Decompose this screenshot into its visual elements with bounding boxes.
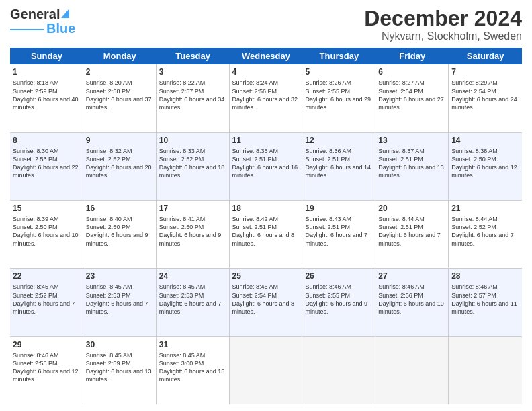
sunset: Sunset: 2:58 PM <box>13 360 58 367</box>
sunset: Sunset: 2:56 PM <box>378 292 423 299</box>
day-cell-20: 20Sunrise: 8:44 AMSunset: 2:51 PMDayligh… <box>375 201 449 268</box>
day-cell-11: 11Sunrise: 8:35 AMSunset: 2:51 PMDayligh… <box>230 133 303 200</box>
empty-cell <box>449 337 522 404</box>
day-cell-13: 13Sunrise: 8:37 AMSunset: 2:51 PMDayligh… <box>375 133 449 200</box>
daylight: Daylight: 6 hours and 27 minutes. <box>378 96 444 111</box>
day-number: 26 <box>305 271 372 281</box>
day-cell-7: 7Sunrise: 8:29 AMSunset: 2:54 PMDaylight… <box>449 64 522 132</box>
calendar-header: SundayMondayTuesdayWednesdayThursdayFrid… <box>10 48 522 64</box>
day-number: 24 <box>159 271 226 281</box>
sunrise: Sunrise: 8:46 AM <box>305 283 351 290</box>
day-cell-25: 25Sunrise: 8:46 AMSunset: 2:54 PMDayligh… <box>230 269 303 336</box>
sunset: Sunset: 2:51 PM <box>378 224 423 230</box>
week-row-1: 1Sunrise: 8:18 AMSunset: 2:59 PMDaylight… <box>10 64 522 132</box>
day-number: 7 <box>451 66 519 77</box>
day-cell-10: 10Sunrise: 8:33 AMSunset: 2:52 PMDayligh… <box>157 133 230 200</box>
day-header-sunday: Sunday <box>10 48 83 64</box>
sunset: Sunset: 2:50 PM <box>159 224 204 230</box>
week-row-5: 29Sunrise: 8:46 AMSunset: 2:58 PMDayligh… <box>10 337 522 404</box>
daylight: Daylight: 6 hours and 18 minutes. <box>159 164 225 179</box>
daylight: Daylight: 6 hours and 14 minutes. <box>305 164 371 179</box>
day-cell-14: 14Sunrise: 8:38 AMSunset: 2:50 PMDayligh… <box>449 133 522 200</box>
sunset: Sunset: 2:52 PM <box>13 292 58 299</box>
day-number: 27 <box>378 271 445 281</box>
day-number: 19 <box>305 203 372 214</box>
daylight: Daylight: 6 hours and 7 minutes. <box>86 300 148 315</box>
day-cell-22: 22Sunrise: 8:45 AMSunset: 2:52 PMDayligh… <box>10 269 83 336</box>
week-row-2: 8Sunrise: 8:30 AMSunset: 2:53 PMDaylight… <box>10 133 522 201</box>
daylight: Daylight: 6 hours and 7 minutes. <box>13 300 75 315</box>
daylight: Daylight: 6 hours and 34 minutes. <box>159 96 225 111</box>
day-header-wednesday: Wednesday <box>230 48 303 64</box>
daylight: Daylight: 6 hours and 12 minutes. <box>451 164 517 179</box>
sunrise: Sunrise: 8:40 AM <box>86 216 132 222</box>
day-number: 17 <box>159 203 226 214</box>
day-number: 10 <box>159 135 226 146</box>
sunrise: Sunrise: 8:24 AM <box>232 79 279 86</box>
empty-cell <box>302 337 375 404</box>
sunset: Sunset: 2:50 PM <box>13 224 58 230</box>
sunrise: Sunrise: 8:20 AM <box>86 79 132 86</box>
day-cell-9: 9Sunrise: 8:32 AMSunset: 2:52 PMDaylight… <box>83 133 157 200</box>
daylight: Daylight: 6 hours and 24 minutes. <box>451 96 517 111</box>
daylight: Daylight: 6 hours and 29 minutes. <box>305 96 371 111</box>
day-number: 23 <box>86 271 153 281</box>
sunset: Sunset: 2:52 PM <box>86 156 131 163</box>
sunrise: Sunrise: 8:38 AM <box>451 148 498 154</box>
sunrise: Sunrise: 8:46 AM <box>13 352 59 359</box>
day-cell-2: 2Sunrise: 8:20 AMSunset: 2:58 PMDaylight… <box>83 64 157 132</box>
logo-blue: Blue <box>46 21 75 36</box>
sunrise: Sunrise: 8:42 AM <box>232 216 279 222</box>
header: General Blue December 2024 Nykvarn, Stoc… <box>10 7 522 42</box>
day-cell-1: 1Sunrise: 8:18 AMSunset: 2:59 PMDaylight… <box>10 64 83 132</box>
day-number: 5 <box>305 66 372 77</box>
day-cell-23: 23Sunrise: 8:45 AMSunset: 2:53 PMDayligh… <box>83 269 157 336</box>
sunset: Sunset: 2:55 PM <box>305 292 350 299</box>
day-number: 8 <box>13 135 80 146</box>
sunrise: Sunrise: 8:30 AM <box>13 148 59 154</box>
day-cell-3: 3Sunrise: 8:22 AMSunset: 2:57 PMDaylight… <box>157 64 230 132</box>
sunset: Sunset: 2:50 PM <box>451 156 496 163</box>
day-header-friday: Friday <box>375 48 449 64</box>
day-number: 21 <box>451 203 519 214</box>
daylight: Daylight: 6 hours and 37 minutes. <box>86 96 152 111</box>
sunrise: Sunrise: 8:45 AM <box>13 283 59 290</box>
day-number: 2 <box>86 66 153 77</box>
day-number: 13 <box>378 135 445 146</box>
sunset: Sunset: 2:53 PM <box>86 292 131 299</box>
day-number: 6 <box>378 66 445 77</box>
sunset: Sunset: 2:59 PM <box>86 360 131 367</box>
sunset: Sunset: 2:54 PM <box>451 88 496 95</box>
day-cell-31: 31Sunrise: 8:45 AMSunset: 3:00 PMDayligh… <box>157 337 230 404</box>
sunrise: Sunrise: 8:45 AM <box>86 283 132 290</box>
daylight: Daylight: 6 hours and 15 minutes. <box>159 368 225 383</box>
daylight: Daylight: 6 hours and 9 minutes. <box>159 232 222 246</box>
daylight: Daylight: 6 hours and 7 minutes. <box>378 232 441 246</box>
sunset: Sunset: 2:51 PM <box>378 156 423 163</box>
day-number: 14 <box>451 135 519 146</box>
day-number: 4 <box>232 66 300 77</box>
empty-cell <box>230 337 303 404</box>
sunrise: Sunrise: 8:27 AM <box>378 79 425 86</box>
sunrise: Sunrise: 8:44 AM <box>451 216 498 222</box>
day-number: 30 <box>86 339 153 350</box>
day-cell-17: 17Sunrise: 8:41 AMSunset: 2:50 PMDayligh… <box>157 201 230 268</box>
daylight: Daylight: 6 hours and 9 minutes. <box>86 232 148 246</box>
sunset: Sunset: 2:59 PM <box>13 88 58 95</box>
sunset: Sunset: 2:54 PM <box>232 292 277 299</box>
day-number: 20 <box>378 203 445 214</box>
title-block: December 2024 Nykvarn, Stockholm, Sweden <box>364 7 522 42</box>
daylight: Daylight: 6 hours and 22 minutes. <box>13 164 79 179</box>
daylight: Daylight: 6 hours and 40 minutes. <box>13 96 79 111</box>
day-cell-6: 6Sunrise: 8:27 AMSunset: 2:54 PMDaylight… <box>375 64 449 132</box>
calendar: SundayMondayTuesdayWednesdayThursdayFrid… <box>10 48 522 404</box>
day-cell-28: 28Sunrise: 8:46 AMSunset: 2:57 PMDayligh… <box>449 269 522 336</box>
sunrise: Sunrise: 8:22 AM <box>159 79 206 86</box>
day-cell-19: 19Sunrise: 8:43 AMSunset: 2:51 PMDayligh… <box>302 201 375 268</box>
logo: General Blue <box>10 7 75 36</box>
sunset: Sunset: 2:50 PM <box>86 224 131 230</box>
day-number: 12 <box>305 135 372 146</box>
empty-cell <box>375 337 449 404</box>
sunset: Sunset: 2:52 PM <box>159 156 204 163</box>
sunrise: Sunrise: 8:45 AM <box>159 352 206 359</box>
